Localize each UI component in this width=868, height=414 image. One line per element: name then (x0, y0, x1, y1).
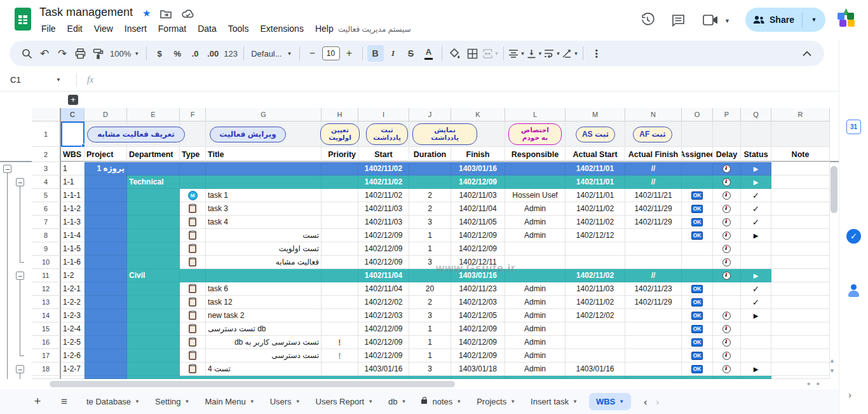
cell-D11[interactable] (85, 269, 127, 282)
cell-L16[interactable]: Admin (505, 336, 566, 349)
cell-O15[interactable]: OK (682, 322, 713, 336)
vertical-scrollbar[interactable] (831, 166, 837, 213)
cell-R4[interactable] (771, 176, 830, 189)
decrease-font-size-button[interactable]: − (304, 45, 321, 62)
font-select[interactable]: Defaul...▼ (248, 45, 294, 62)
cell-Q8[interactable]: ▶ (741, 229, 771, 242)
all-sheets-menu-icon[interactable]: ≡ (55, 396, 74, 408)
cell-M7[interactable]: 1402/11/02 (566, 216, 625, 229)
cell-J17[interactable]: 1 (409, 349, 451, 362)
cell-R13[interactable] (771, 296, 830, 309)
cell-I4[interactable]: 1402/11/02 (358, 176, 409, 189)
action-button[interactable]: ثبتیادداشت (366, 123, 408, 145)
cell-N16[interactable] (625, 336, 682, 349)
cell-P3[interactable] (713, 162, 741, 176)
format-percent-button[interactable]: % (169, 45, 186, 62)
cell-E17[interactable] (127, 349, 180, 362)
cell-F15[interactable] (180, 322, 206, 336)
cell-C13[interactable]: 1-2-2 (61, 296, 85, 309)
cell-G18[interactable]: تست 4 (206, 362, 322, 376)
cell-J4[interactable] (409, 176, 451, 189)
field-header-assignee[interactable]: Assignee (682, 147, 713, 162)
select-all-corner[interactable] (32, 108, 61, 121)
cell-O5[interactable]: OK (682, 189, 713, 202)
cell-F11[interactable] (180, 269, 206, 282)
tab-main-menu[interactable]: Main Menu▼ (197, 389, 262, 414)
cell-J3[interactable] (409, 162, 451, 176)
cell-G17[interactable]: تست دسترسی (206, 349, 322, 362)
selected-cell-C1[interactable] (61, 121, 85, 147)
cell-J18[interactable]: 3 (409, 362, 451, 376)
row-header-15[interactable]: 15 (32, 322, 61, 336)
field-header-actual-finish[interactable]: Actual Finish (625, 147, 682, 162)
menu-data[interactable]: Data (192, 22, 222, 35)
tab-scroll-left[interactable]: ‹ (644, 396, 647, 407)
cell-O8[interactable]: OK (682, 229, 713, 242)
cell-L14[interactable]: Admin (505, 309, 566, 322)
cell-K3[interactable]: 1403/01/16 (451, 162, 505, 176)
column-header-N[interactable]: N (625, 108, 682, 121)
horizontal-align-icon[interactable]: ▼ (508, 45, 525, 62)
cell-D7[interactable] (85, 216, 127, 229)
cell-J14[interactable]: 3 (409, 309, 451, 322)
cell-P8[interactable] (713, 229, 741, 242)
cell-C15[interactable]: 1-2-4 (61, 322, 85, 336)
cell-R10[interactable] (771, 256, 830, 269)
cell-H17[interactable]: ! (322, 349, 358, 362)
cell-G6[interactable]: task 3 (206, 202, 322, 216)
share-dropdown-caret[interactable]: ▼ (803, 17, 825, 23)
cell-F12[interactable] (180, 282, 206, 296)
cell-E3[interactable] (127, 162, 180, 176)
group-expand-all-button[interactable]: + (68, 95, 78, 105)
cell-E18[interactable] (127, 362, 180, 376)
search-icon[interactable] (18, 45, 35, 62)
increase-decimal-button[interactable]: .00 (205, 45, 221, 62)
cell-R15[interactable] (771, 322, 830, 336)
cell-F4[interactable] (180, 176, 206, 189)
cell-Q12[interactable]: ✓ (741, 282, 771, 296)
cell-Q10[interactable] (741, 256, 771, 269)
cell-M6[interactable]: 1402/11/02 (566, 202, 625, 216)
italic-button[interactable]: I (385, 45, 402, 62)
cell-M9[interactable] (566, 242, 625, 256)
cell-K12[interactable]: 1402/11/23 (451, 282, 505, 296)
cell-P15[interactable] (713, 322, 741, 336)
cell-L12[interactable]: Admin (505, 282, 566, 296)
action-button[interactable]: تعریف فعالیت مشابه (87, 127, 185, 142)
cell-D5[interactable] (85, 189, 127, 202)
cell-P6[interactable] (713, 202, 741, 216)
field-header-status[interactable]: Status (741, 147, 771, 162)
row-header-10[interactable]: 10 (32, 256, 61, 269)
cell-D4[interactable] (85, 176, 127, 189)
action-button[interactable]: نمایشیادداشت (412, 123, 477, 145)
cell-N8[interactable] (625, 229, 682, 242)
vertical-align-icon[interactable]: ▼ (526, 45, 543, 62)
cell-R3[interactable] (771, 162, 830, 176)
cell-G7[interactable]: task 4 (206, 216, 322, 229)
cell-H13[interactable] (322, 296, 358, 309)
strikethrough-button[interactable]: S (403, 45, 419, 62)
paint-format-icon[interactable] (90, 45, 106, 62)
cell-C11[interactable]: 1-2 (61, 269, 85, 282)
cell-P9[interactable] (713, 242, 741, 256)
cell-G9[interactable]: تست اولویت (206, 242, 322, 256)
cell-I16[interactable]: 1402/12/09 (358, 336, 409, 349)
row-header-16[interactable]: 16 (32, 336, 61, 349)
name-box[interactable]: C1 (10, 75, 56, 85)
cell-E6[interactable] (127, 202, 180, 216)
cell-J5[interactable]: 2 (409, 189, 451, 202)
cell-M4[interactable]: 1402/11/01 (566, 176, 625, 189)
cell-Q15[interactable] (741, 322, 771, 336)
menu-tools[interactable]: Tools (222, 22, 255, 35)
cell-H10[interactable] (322, 256, 358, 269)
cell-P5[interactable] (713, 189, 741, 202)
cell-M13[interactable]: 1402/11/02 (566, 296, 625, 309)
field-header-title[interactable]: Title (206, 147, 322, 162)
cell-E7[interactable] (127, 216, 180, 229)
cell-E9[interactable] (127, 242, 180, 256)
cell-K4[interactable]: 1402/12/09 (451, 176, 505, 189)
cell-O1[interactable] (682, 121, 713, 147)
action-button[interactable]: ویرایش فعالیت (210, 127, 286, 142)
action-button[interactable]: اختصاصبه خودم (508, 123, 562, 145)
column-header-K[interactable]: K (451, 108, 505, 121)
